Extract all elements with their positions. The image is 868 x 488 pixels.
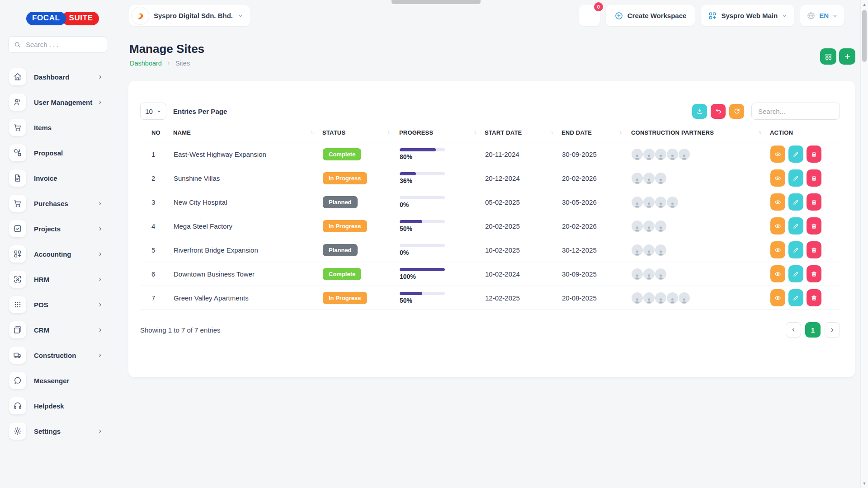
- sidebar-item-projects[interactable]: Projects: [9, 220, 115, 237]
- add-site-button[interactable]: [839, 48, 855, 65]
- reset-button[interactable]: [711, 104, 726, 119]
- sidebar-item-user-management[interactable]: User Management: [9, 94, 115, 111]
- page-scrollbar[interactable]: ▲ ▼: [860, 0, 868, 488]
- edit-button[interactable]: [788, 241, 803, 258]
- chevron-right-icon: [98, 353, 103, 358]
- edit-button[interactable]: [788, 169, 803, 187]
- cell-start-date: 10-02-2024: [485, 262, 561, 286]
- app-menu-selector[interactable]: Syspro Web Main: [701, 5, 794, 26]
- cell-start-date: 10-02-2025: [485, 238, 561, 262]
- delete-button[interactable]: [807, 217, 821, 235]
- delete-button[interactable]: [807, 169, 821, 187]
- cell-action: [770, 286, 840, 310]
- edit-button[interactable]: [788, 289, 803, 306]
- sidebar-item-settings[interactable]: Settings: [9, 422, 115, 440]
- chevron-right-icon: [98, 100, 103, 105]
- cell-no: 2: [140, 166, 173, 190]
- cell-partners: [631, 190, 770, 214]
- edit-button[interactable]: [788, 145, 803, 163]
- create-workspace-button[interactable]: Create Workspace: [606, 5, 695, 26]
- sidebar-item-dashboard[interactable]: Dashboard: [9, 68, 115, 85]
- page-1-button[interactable]: 1: [805, 322, 821, 338]
- column-header-name[interactable]: NAME↑↓: [173, 129, 322, 142]
- column-header-start-date[interactable]: START DATE↑↓: [485, 129, 561, 142]
- progress-percent: 36%: [400, 177, 484, 184]
- column-header-status[interactable]: STATUS↑↓: [322, 129, 399, 142]
- view-button[interactable]: [770, 145, 785, 163]
- cell-name: Green Valley Apartments: [173, 286, 322, 310]
- refresh-icon: [733, 108, 741, 115]
- sidebar-item-hrm[interactable]: HRM: [9, 271, 115, 288]
- cell-end-date: 20-08-2025: [561, 286, 631, 310]
- sidebar-item-label: Items: [34, 124, 52, 131]
- edit-button[interactable]: [788, 193, 803, 211]
- chevron-down-icon: [832, 13, 838, 19]
- entries-per-page-select[interactable]: 10: [140, 103, 166, 120]
- sidebar-item-helpdesk[interactable]: Helpdesk: [9, 397, 115, 414]
- scroll-down-arrow[interactable]: ▼: [861, 481, 868, 486]
- pencil-icon: [793, 175, 799, 182]
- messages-button[interactable]: 0: [579, 5, 600, 26]
- sidebar-search-input[interactable]: [25, 40, 93, 49]
- scrollbar-thumb[interactable]: [862, 10, 867, 62]
- apps-grid-icon: [708, 11, 717, 20]
- view-button[interactable]: [770, 241, 785, 258]
- delete-button[interactable]: [807, 145, 821, 163]
- view-button[interactable]: [770, 217, 785, 235]
- sidebar-item-label: POS: [34, 301, 48, 309]
- sidebar-item-label: Invoice: [34, 174, 57, 182]
- cell-start-date: 12-02-2025: [485, 286, 561, 310]
- cell-no: 3: [140, 190, 173, 214]
- table-row: 6Downtown Business TowerComplete100%10-0…: [140, 262, 840, 286]
- breadcrumb-dashboard-link[interactable]: Dashboard: [130, 60, 162, 67]
- chevron-right-icon: [98, 75, 103, 80]
- refresh-button[interactable]: [729, 104, 744, 119]
- view-button[interactable]: [770, 289, 785, 306]
- partner-avatar: [643, 292, 655, 304]
- partner-avatar: [632, 197, 643, 208]
- undo-icon: [715, 108, 722, 115]
- sidebar-item-crm[interactable]: CRM: [9, 321, 115, 338]
- delete-button[interactable]: [807, 241, 821, 258]
- sidebar-item-invoice[interactable]: Invoice: [9, 169, 115, 187]
- edit-button[interactable]: [788, 217, 803, 235]
- page-title: Manage Sites: [129, 42, 204, 56]
- scroll-up-arrow[interactable]: ▲: [861, 2, 868, 7]
- delete-button[interactable]: [807, 289, 821, 306]
- eye-icon: [774, 247, 781, 253]
- cell-progress: 0%: [399, 190, 485, 214]
- sidebar-item-messenger[interactable]: Messenger: [9, 372, 115, 389]
- sidebar-item-accounting[interactable]: Accounting: [9, 245, 115, 263]
- column-header-progress[interactable]: PROGRESS↑↓: [399, 129, 485, 142]
- create-workspace-label: Create Workspace: [627, 12, 687, 19]
- sort-icon: ↑↓: [387, 130, 390, 135]
- grid-view-button[interactable]: [820, 48, 836, 65]
- delete-button[interactable]: [807, 265, 821, 282]
- prev-page-button[interactable]: [786, 322, 801, 338]
- app-logo[interactable]: FOCAL SUITE: [26, 12, 99, 25]
- language-selector[interactable]: EN: [800, 5, 844, 26]
- workspace-selector[interactable]: Syspro Digital Sdn. Bhd.: [129, 5, 250, 26]
- sidebar-item-items[interactable]: Items: [9, 119, 115, 136]
- next-page-button[interactable]: [825, 322, 840, 338]
- cell-progress: 50%: [399, 286, 485, 310]
- column-header-construction-partners[interactable]: CONSTRUCTION PARTNERS↑↓: [631, 129, 770, 142]
- table-search-input[interactable]: [751, 103, 840, 120]
- cell-end-date: 30-05-2026: [561, 190, 631, 214]
- sidebar-item-purchases[interactable]: Purchases: [9, 195, 115, 212]
- sidebar-item-proposal[interactable]: Proposal: [9, 144, 115, 161]
- plus-icon: [844, 53, 851, 61]
- delete-button[interactable]: [807, 193, 821, 211]
- sidebar-item-pos[interactable]: POS: [9, 296, 115, 313]
- export-button[interactable]: [692, 104, 707, 119]
- sidebar-search[interactable]: [8, 36, 107, 53]
- showing-entries-text: Showing 1 to 7 of 7 entries: [140, 326, 221, 334]
- progress-percent: 50%: [400, 297, 484, 304]
- column-header-end-date[interactable]: END DATE↑↓: [561, 129, 631, 142]
- sidebar-item-construction[interactable]: Construction: [9, 347, 115, 364]
- view-button[interactable]: [770, 265, 785, 282]
- sidebar-item-label: Helpdesk: [34, 402, 64, 410]
- edit-button[interactable]: [788, 265, 803, 282]
- view-button[interactable]: [770, 193, 785, 211]
- view-button[interactable]: [770, 169, 785, 187]
